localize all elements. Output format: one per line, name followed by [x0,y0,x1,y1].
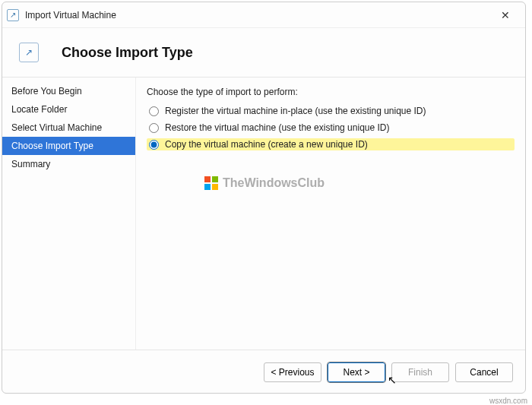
watermark-text: TheWindowsClub [223,176,325,190]
window-title: Import Virtual Machine [25,10,490,21]
next-button[interactable]: Next > [328,362,385,382]
wizard-content: Choose the type of import to perform: Re… [136,78,525,350]
radio-register[interactable] [149,106,159,116]
watermark-icon [204,176,218,190]
step-locate-folder[interactable]: Locate Folder [2,100,135,119]
finish-button: Finish [391,362,449,382]
option-label: Copy the virtual machine (create a new u… [165,139,368,150]
wizard-steps: Before You Begin Locate Folder Select Vi… [2,78,136,350]
header-icon: ↗ [19,43,39,62]
option-restore[interactable]: Restore the virtual machine (use the exi… [147,122,515,134]
page-title: Choose Import Type [62,45,193,61]
dialog-window: ↗ Import Virtual Machine ✕ ↗ Choose Impo… [2,2,526,394]
step-choose-import-type[interactable]: Choose Import Type [2,137,135,155]
credit-text: wsxdn.com [489,397,527,405]
title-bar: ↗ Import Virtual Machine ✕ [2,2,525,28]
option-label: Register the virtual machine in-place (u… [165,106,426,116]
wizard-header: ↗ Choose Import Type [2,28,525,77]
radio-copy[interactable] [149,140,159,150]
instruction-text: Choose the type of import to perform: [147,87,515,97]
step-before-you-begin[interactable]: Before You Begin [2,82,135,100]
step-select-virtual-machine[interactable]: Select Virtual Machine [2,119,135,137]
close-icon[interactable]: ✕ [490,9,521,21]
step-summary[interactable]: Summary [2,155,135,173]
previous-button[interactable]: < Previous [264,362,321,382]
wizard-footer: < Previous Next > Finish Cancel [2,352,525,393]
wizard-body: Before You Begin Locate Folder Select Vi… [2,77,525,350]
watermark: TheWindowsClub [204,176,325,190]
option-label: Restore the virtual machine (use the exi… [165,122,389,133]
option-copy-new-id[interactable]: Copy the virtual machine (create a new u… [147,138,515,150]
app-icon: ↗ [7,9,19,21]
radio-restore[interactable] [149,123,159,133]
cancel-button[interactable]: Cancel [455,362,513,382]
option-register-in-place[interactable]: Register the virtual machine in-place (u… [147,105,515,117]
